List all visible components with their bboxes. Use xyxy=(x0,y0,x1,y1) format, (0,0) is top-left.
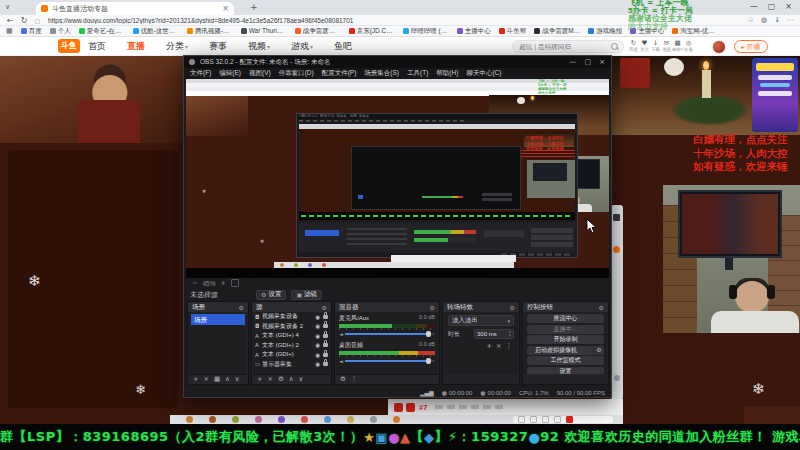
search-icon[interactable] xyxy=(611,43,618,50)
back-icon[interactable]: ← xyxy=(7,16,14,25)
header-quick-item[interactable]: ♥ 关注 xyxy=(639,39,650,53)
browser-tab[interactable]: 斗鱼直播活动专题 × xyxy=(36,2,234,15)
bookmark-item[interactable]: 优酷-这世界很酷 xyxy=(133,27,179,36)
bookmark-item[interactable]: 百度 xyxy=(21,27,42,36)
lock-icon[interactable] xyxy=(323,343,328,347)
pill-icon[interactable] xyxy=(530,416,537,423)
bookmark-item[interactable]: 个人 xyxy=(50,27,71,36)
header-quick-item[interactable]: ✉ 消息 xyxy=(661,39,672,53)
emote-icon[interactable] xyxy=(347,416,354,423)
zoom-in-icon[interactable]: + xyxy=(220,279,225,287)
mixer-toolbar-icon[interactable]: ⋮ xyxy=(351,375,358,384)
go-live-button[interactable]: ▸ 开播 xyxy=(734,40,768,53)
preview-option-box[interactable] xyxy=(231,279,239,287)
lock-icon[interactable] xyxy=(323,324,328,328)
source-item[interactable]: A 文本 (GDI+) 2 ◉ xyxy=(253,341,330,351)
transition-select[interactable]: 淡入淡出 ▾ xyxy=(448,315,514,326)
emote-icon[interactable] xyxy=(301,416,308,423)
source-item[interactable]: A 文本 (GDI+) ◉ xyxy=(253,350,330,360)
lock-icon[interactable] xyxy=(323,353,328,357)
site-nav-item[interactable]: 直播 xyxy=(127,40,145,53)
pill-icon[interactable] xyxy=(542,416,549,423)
duration-field[interactable]: 300 ms ∧ ∨ xyxy=(474,329,514,339)
obs-menu-item[interactable]: 文件(F) xyxy=(190,69,211,78)
site-nav-item[interactable]: 赛事 xyxy=(209,40,227,53)
tab-search-icon[interactable]: ∨ xyxy=(5,3,10,11)
avatar[interactable] xyxy=(712,40,726,54)
douyu-logo[interactable]: 斗鱼 xyxy=(58,39,80,53)
source-item[interactable]: ◘ 视频采集设备 ◉ xyxy=(253,312,330,322)
obs-window-control-icon[interactable]: × xyxy=(599,58,605,66)
pill-icon-red[interactable] xyxy=(566,416,573,423)
header-quick-item[interactable]: ◎ 任务 xyxy=(683,39,694,53)
bookmark-item[interactable]: 腾讯视频-中国领先 xyxy=(187,27,233,36)
wrench-icon[interactable]: ⚙ xyxy=(239,304,244,311)
site-nav-item[interactable]: 鱼吧 xyxy=(334,40,352,53)
obs-control-button[interactable]: 开始录制 xyxy=(527,335,604,344)
emote-icon[interactable] xyxy=(209,416,216,423)
eye-icon[interactable]: ◉ xyxy=(315,314,320,320)
pill-icon[interactable] xyxy=(554,416,561,423)
scenes-toolbar-icon[interactable]: ▦ xyxy=(214,375,220,384)
stepper-down-icon[interactable]: ∨ xyxy=(508,334,511,338)
header-quick-item[interactable]: ↓ 下载 xyxy=(650,39,661,53)
wrench-icon[interactable]: ⚙ xyxy=(510,304,515,311)
emote-icon[interactable] xyxy=(324,416,331,423)
emote-icon[interactable] xyxy=(186,416,193,423)
source-filters-button[interactable]: ▣ 滤镜 xyxy=(291,290,322,300)
bookmark-item[interactable]: 主播中心 xyxy=(457,27,491,36)
source-item[interactable]: ◘ 视频采集设备 2 ◉ xyxy=(253,322,330,332)
obs-window-control-icon[interactable]: — xyxy=(570,58,577,66)
mixer-toolbar-icon[interactable]: ⚙ xyxy=(340,375,346,384)
obs-control-button[interactable]: 工作室模式 xyxy=(527,356,604,365)
wrench-icon[interactable]: ⚙ xyxy=(599,304,604,311)
speaker-icon[interactable]: ◄ xyxy=(339,331,343,337)
slider-knob[interactable] xyxy=(426,331,431,337)
bookmark-item[interactable]: 爱奇艺-在线视频网站 xyxy=(79,27,125,36)
obs-menu-item[interactable]: 编辑(E) xyxy=(219,69,241,78)
scenes-dock-header[interactable]: 场景 ⚙ xyxy=(188,302,248,312)
bookmark-item[interactable]: 哔哩哔哩 (゜-゜)つロ xyxy=(403,27,449,36)
scenes-toolbar-icon[interactable]: ∧ xyxy=(225,375,230,384)
transitions-toolbar-icon[interactable]: ⋮ xyxy=(506,342,513,350)
emote-icon[interactable] xyxy=(370,416,377,423)
site-nav-item[interactable]: 游戏 ▾ xyxy=(291,40,313,53)
wrench-icon[interactable]: ⚙ xyxy=(322,304,327,311)
desktop-volume-slider[interactable]: ◄ xyxy=(339,358,435,364)
obs-control-button[interactable]: 直播中… xyxy=(527,325,604,334)
site-nav-item[interactable]: 视频 ▾ xyxy=(248,40,270,53)
page-side-widget[interactable] xyxy=(611,205,623,400)
source-properties-button[interactable]: ⚙ 设置 xyxy=(256,290,286,300)
url-field[interactable]: https://www.douyu.com/topic/12ythys?rid=… xyxy=(48,17,588,24)
transitions-dock-header[interactable]: 转场特效 ⚙ xyxy=(443,302,519,312)
sources-toolbar-icon[interactable]: + xyxy=(257,375,262,384)
side-widget-dot[interactable] xyxy=(613,246,620,253)
bookmark-item[interactable]: 战争雷霆MOD社区 xyxy=(534,27,580,36)
obs-menu-item[interactable]: 配置文件(P) xyxy=(322,69,357,78)
slider-knob[interactable] xyxy=(426,358,431,364)
sources-toolbar-icon[interactable]: × xyxy=(267,375,272,384)
pill-icon[interactable] xyxy=(518,416,525,423)
sources-dock-header[interactable]: 源 ⚙ xyxy=(252,302,331,312)
obs-menu-item[interactable]: 场景集合(S) xyxy=(364,69,399,78)
bookmark-item[interactable]: War Thunder - 次世代 xyxy=(241,27,287,36)
header-quick-item[interactable]: ▦ 创作中心 xyxy=(672,39,683,53)
wrench-icon[interactable]: ⚙ xyxy=(430,304,435,311)
lock-icon[interactable] xyxy=(323,362,328,366)
bookmark-item[interactable]: 斗鱼帮 xyxy=(499,27,527,36)
obs-menu-item[interactable]: 视图(V) xyxy=(249,69,271,78)
refresh-icon[interactable]: ↻ xyxy=(21,16,28,25)
bookmark-item[interactable]: 游戏晚报 xyxy=(588,27,622,36)
search-input[interactable] xyxy=(517,42,611,51)
sources-toolbar-icon[interactable]: ∨ xyxy=(299,375,304,384)
site-search[interactable] xyxy=(512,40,624,53)
eye-icon[interactable]: ◉ xyxy=(315,333,320,339)
scenes-toolbar-icon[interactable]: + xyxy=(193,375,198,384)
eye-icon[interactable]: ◉ xyxy=(315,361,320,367)
lock-icon[interactable] xyxy=(323,315,328,319)
site-nav-item[interactable]: 首页 xyxy=(88,40,106,53)
source-item[interactable]: A 文本 (GDI+) 4 ◉ xyxy=(253,331,330,341)
transitions-toolbar-icon[interactable]: × xyxy=(496,342,501,350)
side-widget-dot[interactable] xyxy=(614,375,620,381)
source-item[interactable]: ▭ 显示器采集 ◉ xyxy=(253,360,330,370)
